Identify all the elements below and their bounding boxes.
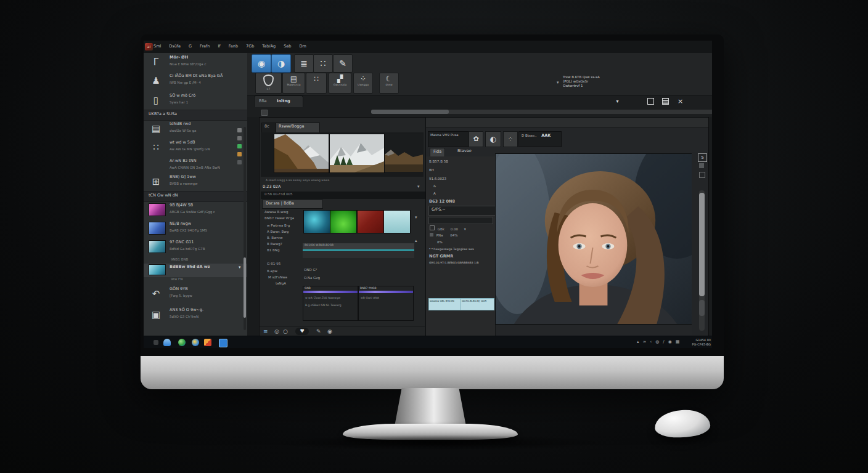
sidebar-item-1[interactable]: ♟ Ci iÄÖa BM Dt uNa Bya GÄ IWB Nw gp E /… — [146, 73, 245, 90]
masks-tool-button[interactable]: ◑ — [271, 54, 291, 73]
tray-icon-2[interactable]: ‹ — [650, 339, 652, 344]
clip-panel-2[interactable]: BNB7 9NGB wB GwO ANA — [358, 286, 414, 321]
selected-cell-1[interactable]: wGaGw GBL B91DN — [428, 298, 462, 310]
tray-icon-3[interactable]: ◍ — [655, 339, 659, 344]
window-app-icon[interactable] — [219, 339, 227, 347]
chevron-down-icon[interactable]: ▾ — [613, 97, 621, 105]
chevron-down-icon[interactable]: ▾ — [239, 265, 241, 270]
h-scrollbar-track[interactable] — [371, 110, 712, 114]
checkbox-icon[interactable] — [430, 225, 435, 230]
half-moon-button[interactable]: ◐ — [485, 131, 501, 147]
landscape-thumbnail-1[interactable] — [274, 134, 329, 173]
sidebar-item-8[interactable]: NE/B rwgw BaAB CX2 94O7g 1MS — [146, 220, 245, 238]
v-scrollbar-thumb[interactable] — [699, 193, 705, 296]
menu-item-7[interactable]: Tab/Ag — [262, 44, 276, 49]
onedrive-cloud-icon[interactable] — [163, 339, 171, 346]
menu-item-5[interactable]: Fanb — [229, 44, 238, 49]
sidebar-item-7[interactable]: 9B BJ4W 5B ARGB Ga 9wNw GdF/Ggg c — [146, 202, 245, 219]
tree-list-button[interactable]: ≣ — [294, 54, 314, 73]
sparkle-button[interactable]: ⁘ — [503, 131, 518, 147]
model-field[interactable]: D Btsse.. AAK — [518, 131, 562, 147]
user-circle-icon[interactable]: ◎ — [274, 328, 279, 335]
record-icon[interactable]: ◉ — [327, 328, 332, 335]
section-tab[interactable]: Dsr.sra | BdBa — [262, 200, 323, 209]
chevron-down-icon[interactable]: ▾ — [464, 227, 466, 231]
timeline-body[interactable] — [303, 251, 414, 258]
start-button[interactable] — [154, 340, 158, 345]
office-app-icon[interactable] — [204, 339, 211, 346]
rail-icon-2[interactable] — [699, 172, 705, 178]
globe-tool-button[interactable]: ◉ — [252, 54, 271, 73]
tab-btavae[interactable]: Btavae — [454, 148, 475, 156]
moon-button[interactable]: ☾ dssw — [379, 73, 399, 94]
mini-tab-2[interactable]: Rsww/Bogga — [276, 123, 320, 133]
tab-bfia[interactable]: Bfia — [259, 99, 267, 103]
color-thumbnail-teal[interactable] — [303, 210, 330, 233]
tray-icon-5[interactable]: ◉ — [668, 339, 672, 344]
machine-button[interactable]: ▞ Gwcssata — [329, 73, 351, 94]
circle-icon[interactable]: ○ — [283, 328, 288, 335]
scroll-left-box[interactable] — [261, 110, 268, 116]
close-button[interactable]: × — [676, 97, 684, 105]
panel-flow-button[interactable]: ▤ Mawscsta — [282, 73, 305, 94]
sidebar-item-3[interactable]: ▤ tdNdB rwd dwdÜa W-Sa ga — [146, 121, 245, 138]
chevron-up-icon[interactable]: ▴ — [415, 238, 417, 243]
tray-icon-0[interactable]: ▴ — [637, 339, 639, 344]
value-input[interactable]: G/PS.~ — [428, 206, 496, 216]
tray-icon-6[interactable]: ▦ — [676, 339, 680, 344]
sidebar-item-11[interactable]: ↶ GÖN 9YB [Fwg 5. bygw — [146, 286, 245, 303]
menu-item-4[interactable]: If — [218, 44, 220, 49]
restore-button[interactable] — [647, 97, 655, 105]
taskbar-clock[interactable]: G1454 80 PG-CP45-BG — [690, 338, 711, 347]
rail-badge[interactable]: 5 — [698, 153, 707, 162]
h-scrollbar-thumb[interactable] — [371, 110, 449, 114]
menu-icon[interactable]: ≡ — [263, 328, 268, 335]
pencil-icon[interactable]: ✎ — [316, 328, 321, 335]
sidebar-item-4[interactable]: ∷ wt wd w 5dB Aw AW ta MN 'gNrfg GN — [146, 139, 245, 156]
source-field[interactable]: Masna VH9 Pusa — [428, 131, 469, 147]
browser-globe-icon[interactable] — [178, 339, 186, 346]
tab-initng[interactable]: Initng — [277, 99, 290, 103]
color-thumbnail-cyan[interactable] — [383, 210, 411, 233]
v-scrollbar-thumb-2[interactable] — [699, 300, 705, 316]
sidebar-item-5[interactable]: Ar-wN Bz tNN AwA CNWN GN 2wB ANa BwN — [146, 158, 245, 175]
menu-item-1[interactable]: Dsüfa — [169, 44, 181, 49]
menu-item-6[interactable]: 7Gb — [246, 44, 254, 49]
menu-item-2[interactable]: G — [189, 44, 192, 49]
shield-button[interactable]: L7 — [255, 73, 282, 94]
selected-cell-2[interactable]: GG7O.BLBO.Bj' GOR — [461, 298, 494, 310]
menu-item-8[interactable]: Sab — [284, 44, 291, 49]
sidebar-item-10-active[interactable]: BdBBw 9hd dA wz ▾ — [146, 264, 245, 276]
tray-icon-1[interactable]: ≈ — [643, 339, 647, 344]
menu-item-3[interactable]: Frafn — [200, 44, 210, 49]
grid-window-button[interactable] — [661, 97, 669, 105]
plant-button[interactable]: ✿ — [469, 131, 483, 147]
sidebar-item-0[interactable]: Γ Mör- ØH NGa E NRw tdF/Dga c — [146, 54, 245, 71]
grid-dots-button[interactable]: ∷ — [306, 73, 327, 94]
color-thumbnail-green[interactable] — [330, 210, 357, 233]
favorite-pill-button[interactable]: ♥ — [295, 328, 309, 335]
chevron-down-icon[interactable]: ▾ — [417, 184, 420, 189]
menu-item-0[interactable]: Sml — [154, 44, 161, 49]
node-list-button[interactable]: ∷ — [313, 54, 333, 73]
chevron-down-icon[interactable]: ▾ — [415, 215, 417, 220]
globe-app-icon[interactable] — [192, 339, 199, 346]
chevron-down-icon[interactable]: ▾ — [557, 80, 559, 85]
sidebar-item-12[interactable]: ▣ AN3 5Ő O 9w~g. 5d9Ő G3 Ch'9wN — [146, 307, 245, 324]
prop-row-2[interactable]: PNa 84% — [430, 233, 458, 238]
clip-panel-1[interactable]: GNB w wA 'Zawr.Zdd Nawwgw B.g.sGBwz GN G… — [303, 286, 358, 321]
prop-row-1[interactable]: GBk 0.00 ▾ — [430, 225, 466, 232]
rail-icon-1[interactable] — [699, 163, 704, 168]
sidebar-item-2[interactable]: ▯ SÖ w mö Crö Syws har 1 — [146, 92, 245, 110]
landscape-thumbnail-2[interactable] — [329, 134, 385, 173]
dot-grid-button[interactable]: ⁘ Uwsgga — [353, 73, 373, 94]
empty-input[interactable] — [428, 217, 493, 224]
sidebar-item-6[interactable]: ⊞ BNB) G] 1ww BVBB o rwwwgw — [146, 174, 245, 191]
tray-icon-4[interactable]: / — [663, 339, 664, 344]
sidebar-scrollbar-thumb[interactable] — [244, 257, 246, 318]
sidebar-item-9[interactable]: 9? GNC G11 BdNd Ga bdO7g G7B — [146, 239, 245, 256]
menu-item-9[interactable]: Dm — [299, 44, 306, 49]
tab-fida[interactable]: Fida — [430, 148, 445, 157]
color-thumbnail-red[interactable] — [357, 210, 384, 233]
pencil-tool-button[interactable]: ✎ — [333, 54, 353, 73]
